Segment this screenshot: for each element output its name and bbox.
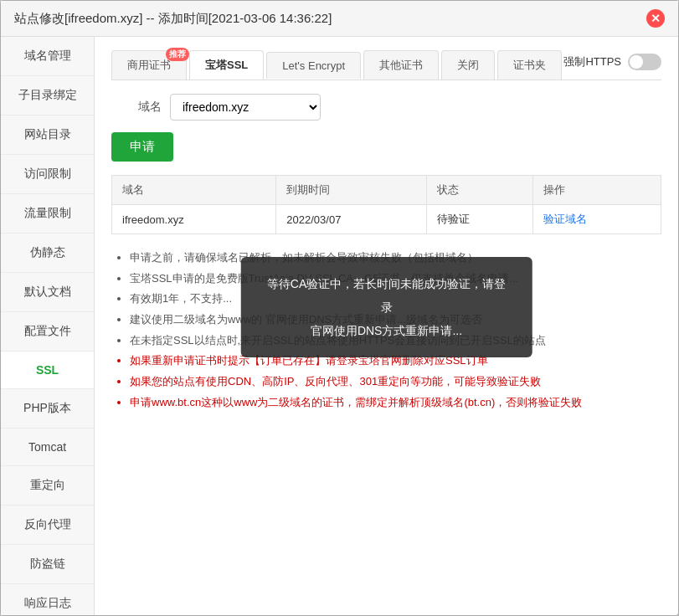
table-cell: 2022/03/07 xyxy=(276,205,426,234)
close-button[interactable]: ✕ xyxy=(646,9,665,28)
sidebar-item[interactable]: Tomcat xyxy=(1,429,94,466)
tab-button[interactable]: 关闭 xyxy=(441,50,495,80)
force-https-row: 强制HTTPS xyxy=(563,54,661,70)
tab-button[interactable]: Let's Encrypt xyxy=(266,52,361,79)
overlay-toast: 等待CA验证中，若长时间未能成功验证，请登录 官网使用DNS方式重新申请... xyxy=(240,257,532,357)
sidebar-item[interactable]: 伪静态 xyxy=(1,234,94,273)
domain-form-row: 域名 ifreedom.xyz xyxy=(111,94,661,121)
tab-button[interactable]: 宝塔SSL xyxy=(189,50,264,80)
sidebar-item[interactable]: 默认文档 xyxy=(1,273,94,312)
sidebar-item[interactable]: PHP版本 xyxy=(1,389,94,429)
tab-button[interactable]: 其他证书 xyxy=(363,50,439,80)
sidebar-item[interactable]: 网站目录 xyxy=(1,116,94,155)
sidebar-item[interactable]: 反向代理 xyxy=(1,506,94,545)
sidebar: 域名管理子目录绑定网站目录访问限制流量限制伪静态默认文档配置文件SSLPHP版本… xyxy=(1,37,95,615)
force-https-label: 强制HTTPS xyxy=(563,54,621,69)
table-header-row: 域名到期时间状态操作 xyxy=(112,176,661,205)
table-header-cell: 域名 xyxy=(112,176,276,205)
table-action-cell: 验证域名 xyxy=(532,205,661,234)
sidebar-item[interactable]: SSL xyxy=(1,352,94,389)
table-cell: ifreedom.xyz xyxy=(112,205,276,234)
table-header-cell: 状态 xyxy=(426,176,532,205)
tab-badge: 推荐 xyxy=(166,48,189,61)
table-header-cell: 操作 xyxy=(532,176,661,205)
domain-label: 域名 xyxy=(111,100,162,115)
sidebar-item[interactable]: 配置文件 xyxy=(1,312,94,352)
table-header-cell: 到期时间 xyxy=(276,176,426,205)
sidebar-item[interactable]: 子目录绑定 xyxy=(1,76,94,116)
verify-domain-link[interactable]: 验证域名 xyxy=(543,213,587,225)
note-item: 如果您的站点有使用CDN、高防IP、反向代理、301重定向等功能，可能导致验证失… xyxy=(130,372,661,393)
modal-container: 站点修改[ifreedom.xyz] -- 添加时间[2021-03-06 14… xyxy=(0,0,679,616)
table-cell: 待验证 xyxy=(426,205,532,234)
tab-button[interactable]: 证书夹 xyxy=(497,50,562,80)
sidebar-item[interactable]: 访问限制 xyxy=(1,155,94,194)
sidebar-item[interactable]: 域名管理 xyxy=(1,37,94,76)
domain-table: 域名到期时间状态操作 ifreedom.xyz2022/03/07待验证验证域名 xyxy=(111,175,661,234)
table-row: ifreedom.xyz2022/03/07待验证验证域名 xyxy=(112,205,661,234)
tabs-row: 商用证书推荐宝塔SSLLet's Encrypt其他证书关闭证书夹 强制HTTP… xyxy=(111,50,661,80)
note-item: 申请www.bt.cn这种以www为二级域名的证书，需绑定并解析顶级域名(bt.… xyxy=(130,393,661,413)
tab-button[interactable]: 商用证书推荐 xyxy=(111,50,187,80)
domain-select[interactable]: ifreedom.xyz xyxy=(170,94,321,121)
sidebar-item[interactable]: 响应日志 xyxy=(1,584,94,615)
sidebar-item[interactable]: 重定向 xyxy=(1,466,94,506)
apply-button[interactable]: 申请 xyxy=(111,132,173,162)
modal-title-bar: 站点修改[ifreedom.xyz] -- 添加时间[2021-03-06 14… xyxy=(1,1,678,37)
sidebar-item[interactable]: 防盗链 xyxy=(1,545,94,584)
force-https-toggle[interactable] xyxy=(628,54,661,70)
sidebar-item[interactable]: 流量限制 xyxy=(1,194,94,234)
modal-body: 域名管理子目录绑定网站目录访问限制流量限制伪静态默认文档配置文件SSLPHP版本… xyxy=(1,37,678,615)
modal-title: 站点修改[ifreedom.xyz] -- 添加时间[2021-03-06 14… xyxy=(14,11,332,27)
content-area: 商用证书推荐宝塔SSLLet's Encrypt其他证书关闭证书夹 强制HTTP… xyxy=(95,37,678,615)
